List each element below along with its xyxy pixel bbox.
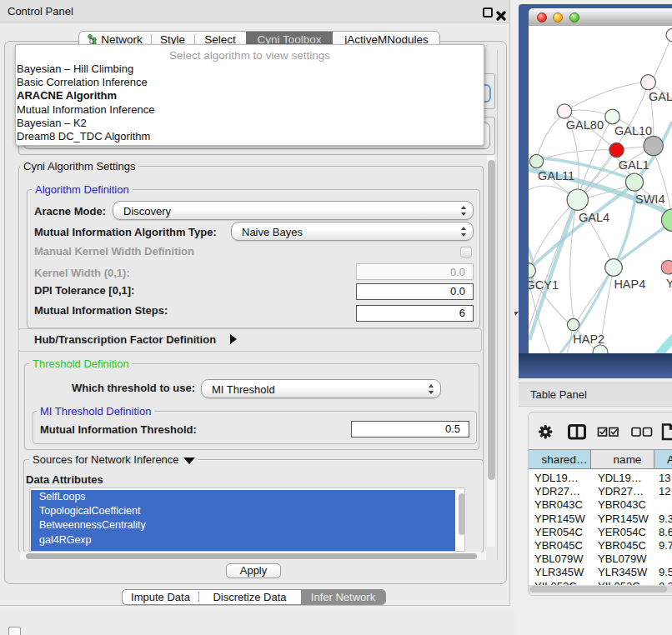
- svg-text:GAL7: GAL7: [649, 90, 672, 103]
- svg-text:GAL11: GAL11: [538, 169, 574, 182]
- svg-text:GAL10: GAL10: [614, 124, 652, 138]
- svg-text:HAP2: HAP2: [573, 332, 604, 346]
- svg-text:GCY1: GCY1: [529, 278, 559, 292]
- svg-text:GAL1: GAL1: [619, 158, 649, 172]
- svg-text:GAL4: GAL4: [579, 211, 609, 224]
- svg-text:HAP4: HAP4: [614, 278, 645, 291]
- svg-text:SWI4: SWI4: [635, 192, 664, 206]
- svg-text:YJ: YJ: [666, 277, 672, 290]
- svg-text:GAL80: GAL80: [566, 118, 604, 132]
